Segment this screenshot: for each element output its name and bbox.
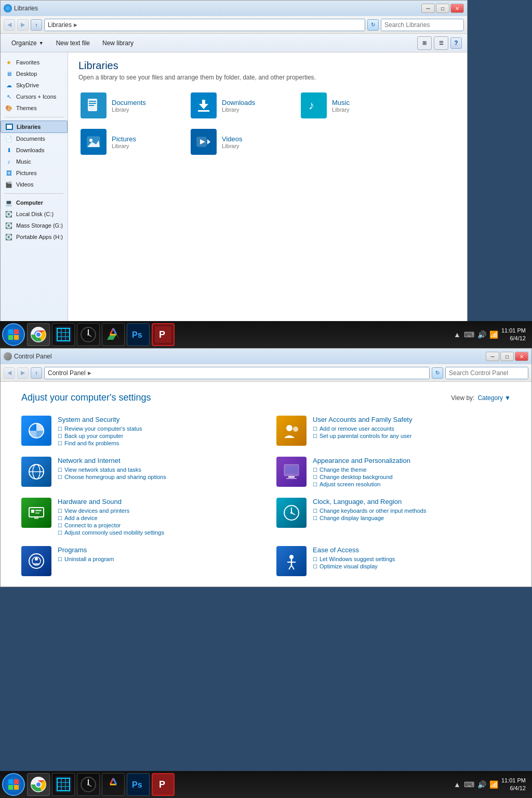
cp-link-change-theme[interactable]: Change the theme (313, 467, 511, 473)
refresh-button[interactable]: ↻ (367, 19, 379, 31)
maximize-button[interactable]: □ (436, 4, 449, 13)
cp-link-suggest-settings[interactable]: Let Windows suggest settings (313, 556, 511, 562)
taskbar-photoshop[interactable]: Ps (127, 323, 150, 346)
cp-maximize-button[interactable]: □ (500, 352, 514, 361)
tray-signal-icon[interactable]: 📶 (489, 330, 498, 339)
search-box-libraries[interactable]: 🔍 (381, 19, 464, 31)
sidebar-item-desktop[interactable]: 🖥 Desktop (1, 68, 68, 79)
sidebar-item-favorites[interactable]: ★ Favorites (1, 57, 68, 68)
system-security-icon[interactable] (21, 416, 51, 446)
sidebar-item-skydrive[interactable]: ☁ SkyDrive (1, 79, 68, 91)
back-button[interactable]: ◀ (4, 19, 15, 31)
cp-up-button[interactable]: ↑ (31, 367, 42, 379)
taskbar-clock[interactable] (77, 323, 100, 346)
cp-link-review-status[interactable]: Review your computer's status (58, 425, 256, 432)
taskbar-bottom-clock[interactable] (77, 773, 100, 796)
sidebar-item-portable-apps[interactable]: 💽 Portable Apps (H:) (1, 231, 68, 243)
library-item-videos[interactable]: Videos Library (189, 127, 292, 157)
close-button[interactable]: ✕ (450, 4, 464, 13)
up-button[interactable]: ↑ (31, 19, 42, 31)
cp-search-box[interactable]: 🔍 (445, 367, 528, 379)
sidebar-item-videos[interactable]: 🎬 Videos (1, 179, 68, 190)
cp-link-add-remove-accounts[interactable]: Add or remove user accounts (313, 425, 511, 432)
tray-arrow-icon[interactable]: ▲ (454, 330, 461, 339)
view-toggle-button[interactable]: ⊞ (417, 36, 432, 50)
cp-link-display-language[interactable]: Change display language (313, 515, 511, 521)
library-item-documents[interactable]: Documents Library (78, 90, 182, 121)
cp-link-keyboards[interactable]: Change keyboards or other input methods (313, 508, 511, 514)
network-icon[interactable] (21, 457, 51, 487)
sidebar-item-mass-storage[interactable]: 💽 Mass Storage (G:) (1, 220, 68, 231)
cp-link-mobility[interactable]: Adjust commonly used mobility settings (58, 529, 256, 536)
cp-link-network-status[interactable]: View network status and tasks (58, 467, 256, 473)
sidebar-item-downloads[interactable]: ⬇ Downloads (1, 144, 68, 156)
programs-name[interactable]: Programs (58, 546, 256, 554)
tray-volume-icon[interactable]: 🔊 (477, 330, 486, 339)
cp-refresh-button[interactable]: ↻ (432, 367, 443, 379)
sidebar-item-documents[interactable]: 📄 Documents (1, 133, 68, 144)
cp-minimize-button[interactable]: ─ (486, 352, 499, 361)
user-accounts-name[interactable]: User Accounts and Family Safety (313, 416, 511, 423)
start-button[interactable] (2, 323, 25, 346)
cp-link-backup[interactable]: Back up your computer (58, 433, 256, 439)
tray-bottom-volume-icon[interactable]: 🔊 (477, 780, 486, 789)
taskbar-bottom-chrome[interactable] (27, 773, 50, 796)
sidebar-item-pictures[interactable]: 🖼 Pictures (1, 167, 68, 179)
user-accounts-icon[interactable] (276, 416, 307, 446)
clock-icon[interactable] (276, 498, 307, 528)
minimize-button[interactable]: ─ (421, 4, 435, 13)
cp-forward-button[interactable]: ▶ (17, 367, 29, 379)
help-button[interactable]: ? (450, 37, 462, 49)
sidebar-item-themes[interactable]: 🎨 Themes (1, 102, 68, 114)
taskbar-chrome[interactable] (27, 323, 50, 346)
programs-icon[interactable] (21, 546, 51, 576)
appearance-name[interactable]: Appearance and Personalization (313, 457, 511, 464)
details-view-button[interactable]: ☰ (434, 36, 448, 50)
cp-link-uninstall[interactable]: Uninstall a program (58, 556, 256, 562)
tray-time[interactable]: 11:01 PM 6/4/12 (501, 327, 526, 343)
cp-link-fix-problems[interactable]: Find and fix problems (58, 440, 256, 446)
cp-link-screen-resolution[interactable]: Adjust screen resolution (313, 481, 511, 487)
system-security-name[interactable]: System and Security (58, 416, 256, 423)
taskbar-bottom-photoshop[interactable]: Ps (127, 773, 150, 796)
ease-of-access-icon[interactable] (276, 546, 307, 576)
cp-link-devices-printers[interactable]: View devices and printers (58, 508, 256, 514)
cp-link-add-device[interactable]: Add a device (58, 515, 256, 521)
organize-button[interactable]: Organize ▼ (6, 36, 49, 50)
library-item-music[interactable]: ♪ Music Library (299, 90, 403, 121)
cp-link-desktop-bg[interactable]: Change desktop background (313, 474, 511, 480)
hardware-icon[interactable] (21, 498, 51, 528)
cp-link-homegroup[interactable]: Choose homegroup and sharing options (58, 474, 256, 480)
start-button-bottom[interactable] (2, 773, 25, 796)
library-item-pictures[interactable]: Pictures Library (78, 127, 182, 157)
new-text-file-button[interactable]: New text file (50, 36, 96, 50)
forward-button[interactable]: ▶ (17, 19, 29, 31)
search-input-libraries[interactable] (381, 19, 464, 31)
new-library-button[interactable]: New library (97, 36, 139, 50)
cp-link-parental-controls[interactable]: Set up parental controls for any user (313, 433, 511, 439)
cp-back-button[interactable]: ◀ (4, 367, 15, 379)
sidebar-item-local-disk[interactable]: 💽 Local Disk (C:) (1, 208, 68, 220)
clock-name[interactable]: Clock, Language, and Region (313, 498, 511, 506)
sidebar-item-cursors[interactable]: ↖ Cursors + Icons (1, 91, 68, 102)
cp-search-input[interactable] (446, 367, 528, 379)
taskbar-drive[interactable] (102, 323, 125, 346)
taskbar-bottom-filmora[interactable] (52, 773, 75, 796)
cp-address-box[interactable]: Control Panel ▶ (44, 367, 430, 379)
network-name[interactable]: Network and Internet (58, 457, 256, 464)
taskbar-filmora[interactable] (52, 323, 75, 346)
address-box[interactable]: Libraries ▶ (44, 19, 365, 31)
hardware-name[interactable]: Hardware and Sound (58, 498, 256, 506)
tray-bottom-signal-icon[interactable]: 📶 (489, 780, 498, 789)
sidebar-item-libraries[interactable]: Libraries (1, 121, 68, 133)
taskbar-p-app[interactable]: P (152, 323, 175, 346)
tray-bottom-network-icon[interactable]: ⌨ (464, 780, 474, 789)
tray-bottom-time[interactable]: 11:01 PM 6/4/12 (501, 777, 526, 793)
cp-viewby-value[interactable]: Category ▼ (477, 394, 511, 402)
cp-link-projector[interactable]: Connect to a projector (58, 522, 256, 528)
taskbar-bottom-drive[interactable] (102, 773, 125, 796)
sidebar-item-computer[interactable]: 💻 Computer (1, 197, 68, 208)
tray-network-icon[interactable]: ⌨ (464, 330, 474, 339)
ease-of-access-name[interactable]: Ease of Access (313, 546, 511, 554)
cp-close-button[interactable]: ✕ (515, 352, 528, 361)
